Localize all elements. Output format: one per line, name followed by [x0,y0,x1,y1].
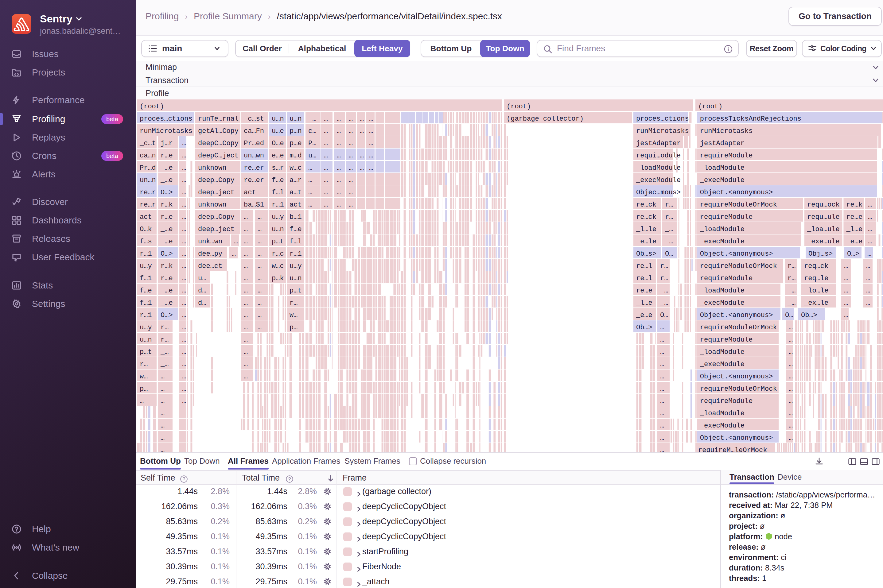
svg-text:…: … [789,410,793,417]
svg-text:dee…py: dee…py [198,250,222,258]
svg-text:…: … [182,274,186,282]
svg-text:O…>: O…> [161,189,173,196]
svg-text:u…y: u…y [290,262,302,270]
svg-text:…: … [660,373,664,381]
svg-text:O…e: O…e [272,140,284,147]
svg-text:…: … [867,250,871,258]
svg-text:u…y: u…y [140,324,152,332]
svg-text:_…: _… [660,299,668,307]
svg-text:u…: u… [308,152,316,160]
svg-text:p…: p… [140,385,148,393]
svg-text:re…l: re…l [636,262,652,270]
svg-text:_…: _… [665,226,673,233]
svg-text:…: … [660,324,664,332]
svg-text:…: … [161,373,165,381]
svg-text:re…r: re…r [140,201,156,208]
svg-text:s…r: s…r [272,164,284,172]
svg-text:…: … [182,213,186,221]
svg-text:runMicrotasks: runMicrotasks [140,128,192,135]
svg-text:r…e: r…e [161,274,173,282]
svg-text:…: … [369,128,373,135]
svg-text:…: … [244,287,248,295]
svg-text:r…k: r…k [161,201,173,208]
svg-text:r…: r… [161,324,168,332]
svg-text:r…: r… [665,213,673,221]
svg-text:…: … [161,447,165,452]
svg-text:_c…st: _c…st [243,115,264,123]
svg-text:Ob…s>: Ob…s> [636,250,656,258]
svg-text:…: … [324,152,328,160]
svg-text:…: … [244,262,248,270]
svg-text:requireModuleOrMock: requireModuleOrMock [700,201,777,208]
svg-text:…: … [182,324,186,332]
svg-text:…: … [349,128,353,135]
svg-text:r…e: r…e [161,213,173,221]
svg-text:…: … [337,201,341,208]
svg-text:…: … [182,262,186,270]
svg-text:u…: u… [198,274,206,282]
svg-text:…: … [349,189,353,196]
svg-text:…: … [161,398,165,405]
svg-text:…: … [789,336,793,344]
svg-text:…: … [258,238,261,246]
svg-text:requ…ule: requ…ule [807,213,840,221]
svg-text:…: … [324,201,328,208]
svg-text:…: … [844,312,848,319]
svg-text:…: … [244,336,248,344]
svg-text:requireModuleOrMock: requireModuleOrMock [700,324,777,332]
svg-text:Object.<anonymous>: Object.<anonymous> [700,189,773,196]
svg-text:r…: r… [660,262,668,270]
svg-text:u…n: u…n [140,336,152,344]
svg-text:O…: O… [665,250,673,258]
svg-text:…: … [161,385,165,393]
svg-text:deep…Copy: deep…Copy [198,177,234,184]
svg-text:w…c: w…c [290,164,302,172]
svg-text:…: … [182,177,186,184]
svg-text:deep…ject: deep…ject [198,189,234,196]
svg-text:re…r: re…r [140,189,156,196]
svg-text:dee…ct: dee…ct [198,262,222,270]
svg-text:…: … [308,201,312,208]
svg-text:_l…e: _l…e [636,299,652,307]
svg-text:…: … [660,434,664,442]
svg-text:re…ck: re…ck [636,213,656,221]
svg-text:deepC…Copy: deepC…Copy [198,140,239,147]
svg-text:…: … [349,177,353,184]
svg-text:…: … [244,250,248,258]
svg-text:_execModule: _execModule [700,177,745,184]
svg-text:…: … [258,287,261,295]
svg-text:a…r: a…r [290,177,302,184]
svg-text:requireModuleOrMock: requireModuleOrMock [700,385,777,393]
svg-text:Object.<anonymous>: Object.<anonymous> [700,312,773,319]
svg-text:…: … [866,299,870,307]
svg-text:unknown: unknown [198,164,226,172]
svg-text:re…l: re…l [636,274,652,282]
svg-text:Pr…ed: Pr…ed [244,140,264,147]
svg-text:re…er: re…er [244,177,264,184]
svg-text:…: … [182,189,186,196]
svg-text:r…1: r…1 [140,250,152,258]
svg-text:…: … [258,250,261,258]
svg-text:f…e: f…e [140,287,152,295]
svg-text:requireModule: requireModule [700,274,753,282]
svg-text:…: … [337,115,341,123]
svg-text:…: … [258,274,261,282]
svg-text:b…1: b…1 [290,213,302,221]
svg-text:c…: c… [308,128,316,135]
svg-text:_…: _… [660,287,668,295]
svg-text:…: … [660,447,664,452]
svg-text:_…: _… [787,299,796,307]
svg-text:…: … [789,385,793,393]
svg-text:…: … [244,274,248,282]
svg-text:…: … [844,287,848,295]
svg-text:…: … [182,164,186,172]
svg-text:…: … [244,226,248,233]
svg-text:…: … [349,201,353,208]
svg-text:_l…le: _l…le [636,226,656,233]
svg-text:O…>: O…> [161,312,173,319]
svg-text:…: … [234,238,238,246]
svg-text:u…e: u…e [272,128,284,135]
svg-text:deep…ject: deep…ject [198,226,234,233]
svg-text:…: … [244,312,248,319]
svg-text:…: … [360,164,364,172]
